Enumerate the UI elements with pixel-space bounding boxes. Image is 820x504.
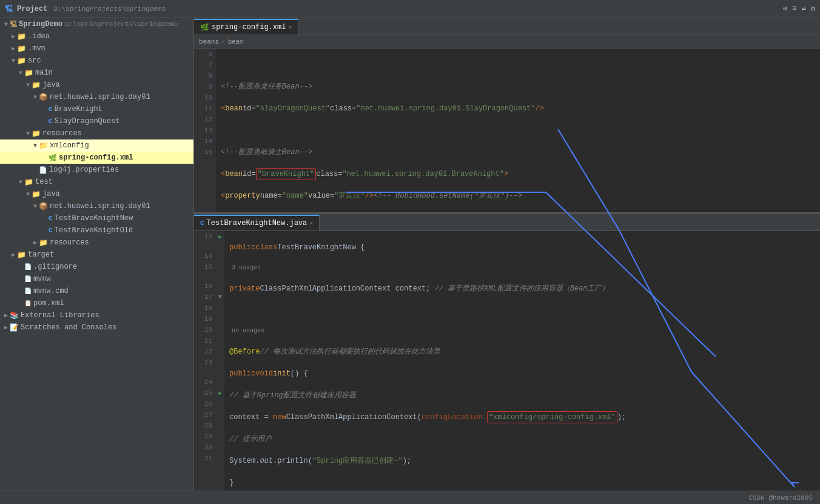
nousages-before: no usages bbox=[229, 327, 815, 335]
tree-item-springconfig[interactable]: 🌿 spring-config.xml bbox=[0, 152, 193, 164]
fold-btn-17[interactable]: ▼ bbox=[218, 294, 221, 300]
run-btn-13[interactable]: ▶ bbox=[218, 234, 221, 240]
testpkg-icon: 📦 bbox=[39, 202, 48, 211]
arrow-src[interactable]: ▼ bbox=[10, 58, 17, 64]
arrow-xmlconfig[interactable]: ▼ bbox=[32, 143, 39, 149]
java-line-18: // 基于Spring配置文件创建应用容器 bbox=[229, 390, 815, 401]
tree-item-test[interactable]: ▼ 📁 test bbox=[0, 176, 193, 188]
tree-item-mvnwcmd[interactable]: 📄 mvnw.cmd bbox=[0, 285, 193, 297]
toolbar-btn-list[interactable]: ≡ bbox=[792, 4, 796, 13]
java-line-19: context = new ClassPathXmlApplicationCon… bbox=[229, 412, 815, 423]
java-tab-close[interactable]: ✕ bbox=[309, 220, 313, 227]
tree-item-target[interactable]: ▶ 📁 target bbox=[0, 249, 193, 261]
java-line-16: @Before // 每次测试方法执行前都要执行的代码就放在此方法里 bbox=[229, 346, 815, 357]
tree-item-testbraveknight2[interactable]: C TestBraveKnightOld bbox=[0, 224, 193, 237]
tree-item-testresources[interactable]: ▶ 📁 resources bbox=[0, 237, 193, 249]
breadcrumb-beans[interactable]: beans bbox=[199, 38, 219, 45]
watermark: CSDN @howard2005 bbox=[748, 494, 813, 502]
arrow-testpkg[interactable]: ▼ bbox=[32, 203, 39, 210]
java-code-area[interactable]: 13 14 15 16 17 18 19 20 21 22 23 bbox=[194, 231, 820, 491]
toolbar-btn-sync[interactable]: ⇌ bbox=[802, 4, 806, 13]
idea-folder-icon: 📁 bbox=[17, 32, 26, 41]
arrow-testjava[interactable]: ▼ bbox=[24, 191, 32, 198]
toolbar-btn-add[interactable]: ⊕ bbox=[783, 4, 787, 13]
tree-item-pkg1[interactable]: ▼ 📦 net.huawei.spring.day01 bbox=[0, 91, 193, 103]
xml-line-8: <bean id="slayDragonQuest" class="net.hu… bbox=[221, 103, 815, 114]
tree-item-braveknight[interactable]: C BraveKnight bbox=[0, 103, 193, 115]
java-line-13: public class TestBraveKnightNew { bbox=[229, 242, 815, 253]
extlibs-icon: 📚 bbox=[10, 311, 19, 320]
arrow-main[interactable]: ▼ bbox=[17, 70, 24, 76]
tree-item-testbraveknight[interactable]: C TestBraveKnightNew bbox=[0, 212, 193, 224]
mvnw-icon: 📄 bbox=[24, 275, 32, 283]
tree-item-resources[interactable]: ▼ 📁 resources bbox=[0, 127, 193, 139]
java-line-numbers: 13 14 15 16 17 18 19 20 21 22 23 bbox=[194, 231, 216, 491]
xml-code-area[interactable]: 6 7 8 9 10 11 12 13 14 15 <!--配置杀龙任务Bean… bbox=[194, 49, 820, 212]
gitignore-icon: 📄 bbox=[24, 263, 32, 270]
tree-item-mvn[interactable]: ▶ 📁 .mvn bbox=[0, 42, 193, 55]
tab-springconfig[interactable]: 🌿 spring-config.xml ✕ bbox=[194, 19, 298, 35]
springconfig-xml-icon: 🌿 bbox=[49, 154, 57, 162]
arrow-springdemo[interactable]: ▼ bbox=[2, 21, 10, 28]
status-bar: CSDN @howard2005 bbox=[0, 491, 820, 504]
mvn-folder-icon: 📁 bbox=[17, 44, 26, 53]
editor-area: 🌿 spring-config.xml ✕ bbox=[194, 18, 820, 491]
xmlconfig-folder-icon: 📁 bbox=[39, 141, 48, 150]
xml-line-7: <!--配置杀龙任务Bean--> bbox=[221, 81, 815, 92]
tree-item-main[interactable]: ▼ 📁 main bbox=[0, 67, 193, 79]
arrow-scratches[interactable]: ▶ bbox=[2, 324, 10, 331]
arrow-resources[interactable]: ▼ bbox=[24, 130, 32, 137]
springconfig-tab-close[interactable]: ✕ bbox=[288, 24, 292, 31]
pkg-icon: 📦 bbox=[39, 93, 48, 102]
log4j-icon: 📄 bbox=[39, 166, 47, 174]
arrow-idea[interactable]: ▶ bbox=[10, 33, 17, 40]
java-code-content[interactable]: public class TestBraveKnightNew { 3 usag… bbox=[224, 231, 820, 491]
breadcrumb-bean[interactable]: bean bbox=[228, 38, 244, 45]
tree-item-gitignore[interactable]: 📄 .gitignore bbox=[0, 261, 193, 273]
springconfig-tab-label: spring-config.xml bbox=[212, 23, 286, 32]
tree-item-testjava[interactable]: ▼ 📁 java bbox=[0, 188, 193, 200]
mvnwcmd-icon: 📄 bbox=[24, 287, 32, 295]
tree-item-slaydragonquest[interactable]: C SlayDragonQuest bbox=[0, 115, 193, 127]
xml-line-10: <!--配置勇敢骑士Bean--> bbox=[221, 147, 815, 158]
xml-breadcrumb: beans › bean bbox=[194, 35, 820, 49]
arrow-mvn[interactable]: ▶ bbox=[10, 45, 17, 52]
java-line-21: System.out.println("Spring应用容器已创建~"); bbox=[229, 455, 815, 466]
title-bar-path: D:\SpringProjects\SpringDemo bbox=[53, 5, 166, 13]
breadcrumb-sep1: › bbox=[221, 38, 226, 45]
tree-item-idea[interactable]: ▶ 📁 .idea bbox=[0, 30, 193, 42]
tree-item-testpkg[interactable]: ▼ 📦 net.huawei.spring.day01 bbox=[0, 200, 193, 212]
java-tab-icon: C bbox=[200, 220, 204, 227]
tree-item-mvnw[interactable]: 📄 mvnw bbox=[0, 273, 193, 285]
arrow-java[interactable]: ▼ bbox=[24, 82, 32, 89]
tree-item-src[interactable]: ▼ 📁 src bbox=[0, 55, 193, 67]
toolbar-btn-settings[interactable]: ⚙ bbox=[811, 4, 815, 13]
sidebar: ▼ 🏗 SpringDemo D:\SpringProjects\SpringD… bbox=[0, 18, 194, 491]
tab-testbraveknight[interactable]: C TestBraveKnightNew.java ✕ bbox=[194, 215, 320, 230]
arrow-extlibs[interactable]: ▶ bbox=[2, 312, 10, 319]
java-line-20: // 提示用户 bbox=[229, 434, 815, 445]
arrow-target[interactable]: ▶ bbox=[10, 251, 17, 258]
java-tab-label: TestBraveKnightNew.java bbox=[207, 219, 308, 227]
run-btn-25[interactable]: ▶ bbox=[218, 390, 221, 397]
xml-tabs-bar: 🌿 spring-config.xml ✕ bbox=[194, 18, 820, 35]
tree-item-pomxml[interactable]: 📋 pom.xml bbox=[0, 297, 193, 309]
tree-item-scratches[interactable]: ▶ 📝 Scratches and Consoles bbox=[0, 321, 193, 334]
springconfig-tab-icon: 🌿 bbox=[200, 23, 209, 32]
title-bar: 🏗 Project D:\SpringProjects\SpringDemo ⊕… bbox=[0, 0, 820, 18]
testbraveknight2-java-icon: C bbox=[49, 227, 53, 234]
xml-line-9 bbox=[221, 125, 815, 136]
tree-item-springdemo[interactable]: ▼ 🏗 SpringDemo D:\SpringProjects\SpringD… bbox=[0, 18, 193, 30]
tree-item-xmlconfig[interactable]: ▼ 📁 xmlconfig bbox=[0, 139, 193, 152]
arrow-test[interactable]: ▼ bbox=[17, 179, 24, 186]
tree-item-extlibs[interactable]: ▶ 📚 External Libraries bbox=[0, 309, 193, 321]
xml-line-numbers: 6 7 8 9 10 11 12 13 14 15 bbox=[194, 49, 216, 212]
tree-item-java[interactable]: ▼ 📁 java bbox=[0, 79, 193, 91]
xml-code-content[interactable]: <!--配置杀龙任务Bean--> <bean id="slayDragonQu… bbox=[216, 49, 820, 212]
arrow-pkg1[interactable]: ▼ bbox=[32, 94, 39, 101]
java-editor: C TestBraveKnightNew.java ✕ 13 14 15 16 bbox=[194, 214, 820, 491]
arrow-testresources[interactable]: ▶ bbox=[32, 239, 39, 246]
usages-13: 3 usages bbox=[229, 264, 815, 272]
main-layout: ▼ 🏗 SpringDemo D:\SpringProjects\SpringD… bbox=[0, 18, 820, 491]
tree-item-log4j[interactable]: 📄 log4j.properties bbox=[0, 164, 193, 176]
